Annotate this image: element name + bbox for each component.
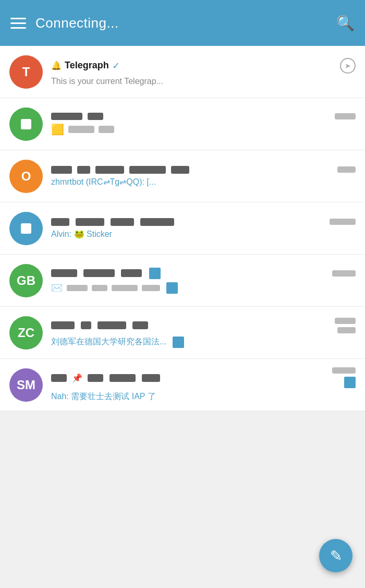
chat-item-4[interactable]: Alvin: 🐸 Sticker [0,202,365,255]
app-bar: Connecting... 🔍 [0,0,365,46]
chat-name-row [51,268,328,279]
chat-content: 刘德军在德国大学研究各国法... [51,318,356,348]
chat-item-7[interactable]: SM 📌 Nah: 需要壮士去测试 IAP 了 [0,359,365,411]
chat-content: ✉️ [51,268,356,294]
app-bar-left: Connecting... [10,15,119,31]
chat-content: 🟨 [51,113,356,136]
avatar [9,107,43,141]
app-bar-title: Connecting... [35,15,119,31]
chat-meta [330,219,356,225]
avatar: GB [9,264,43,297]
search-icon[interactable]: 🔍 [336,15,355,32]
chat-name-row [51,113,331,120]
chat-meta [337,166,356,173]
chat-name-row [51,166,333,174]
compose-fab[interactable]: ✎ [319,539,352,572]
chat-header [51,268,356,279]
chat-preview: Nah: 需要壮士去测试 IAP 了 [51,391,356,402]
chat-name-row: 📌 [51,373,328,383]
chat-preview: zhmrtbot (IRC⇌Tg⇌QQ): [... [51,177,356,187]
chat-meta [335,113,356,119]
menu-icon[interactable] [10,18,26,29]
chat-header [51,113,356,120]
chat-header: 📌 [51,367,356,388]
chat-meta: ➤ [340,58,356,74]
chat-meta [332,270,356,277]
avatar: ZC [9,316,43,350]
verified-icon: ✓ [112,60,120,71]
avatar: T [9,55,43,89]
chat-item-6[interactable]: ZC 刘德军在德国大学研究各国法... [0,307,365,359]
chat-header [51,318,356,333]
chat-name-row [51,321,331,329]
chat-preview: ✉️ [51,282,356,294]
chat-preview: Alvin: 🐸 Sticker [51,229,356,239]
chat-meta [332,367,356,388]
chat-content: zhmrtbot (IRC⇌Tg⇌QQ): [... [51,166,356,187]
chat-preview: 🟨 [51,123,356,136]
chat-item-telegraph[interactable]: T 🔔 Telegraph ✓ ➤ This is your current T… [0,46,365,98]
chat-content: 📌 Nah: 需要壮士去测试 IAP 了 [51,367,356,402]
chat-header: 🔔 Telegraph ✓ ➤ [51,58,356,74]
chat-content: Alvin: 🐸 Sticker [51,218,356,239]
avatar [9,212,43,245]
avatar: SM [9,368,43,402]
chat-content: 🔔 Telegraph ✓ ➤ This is your current Tel… [51,58,356,86]
chat-name: Telegraph [65,60,109,71]
chat-item-5[interactable]: GB ✉️ [0,255,365,307]
chat-header [51,218,356,226]
chat-item-3[interactable]: O zhmrtbot (IRC⇌Tg⇌QQ): [... [0,150,365,202]
chat-item-2[interactable]: 🟨 [0,98,365,150]
chat-meta [335,318,356,333]
avatar: O [9,160,43,193]
chat-list: T 🔔 Telegraph ✓ ➤ This is your current T… [0,46,365,411]
chat-header [51,166,356,174]
nav-icon: ➤ [340,58,356,74]
chat-name-row: 🔔 Telegraph ✓ [51,60,336,71]
chat-name-row [51,218,325,226]
chat-preview: This is your current Telegrap... [51,77,356,86]
edit-icon: ✎ [330,547,342,565]
chat-preview: 刘德军在德国大学研究各国法... [51,337,356,348]
